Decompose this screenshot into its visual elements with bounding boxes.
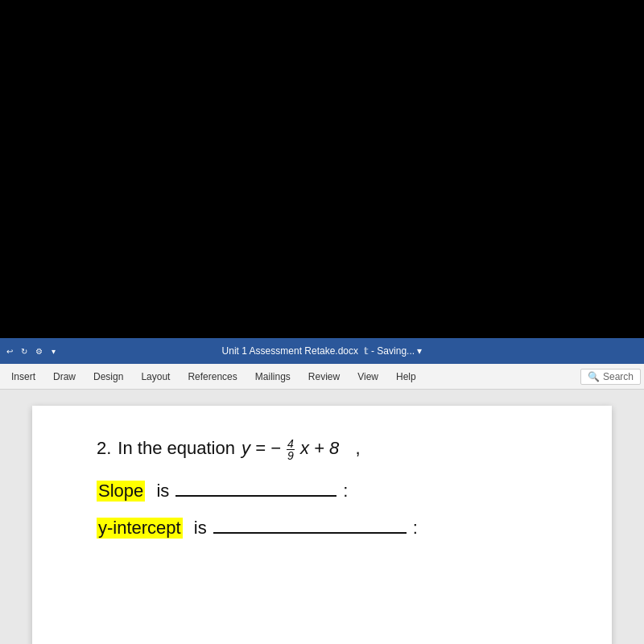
yintercept-suffix: is	[194, 518, 207, 539]
quick-access-toolbar: ↩ ↻ ⚙ ▾	[3, 345, 60, 357]
question-text: In the equation	[118, 438, 235, 459]
slope-label: Slope	[97, 481, 145, 502]
equation: y = − 4 9 x + 8	[242, 438, 339, 461]
question-number: 2.	[97, 438, 111, 459]
menu-review[interactable]: Review	[300, 368, 348, 386]
autosave-icon: ⚙	[32, 345, 45, 357]
menu-draw[interactable]: Draw	[45, 368, 84, 386]
menu-layout[interactable]: Layout	[133, 368, 178, 386]
title-bar: ↩ ↻ ⚙ ▾ Unit 1 Assessment Retake.docx 𝕥 …	[0, 338, 644, 364]
search-icon: 🔍	[588, 371, 600, 382]
slope-blank[interactable]	[175, 495, 336, 497]
slope-colon: :	[343, 481, 348, 502]
yintercept-label: y-intercept	[97, 518, 183, 539]
menu-help[interactable]: Help	[388, 368, 424, 386]
document-page: 2. In the equation y = − 4 9 x + 8 , Slo…	[32, 406, 612, 644]
black-background	[0, 0, 644, 338]
menu-references[interactable]: References	[180, 368, 245, 386]
question-line: 2. In the equation y = − 4 9 x + 8 ,	[97, 438, 564, 461]
document-area: 2. In the equation y = − 4 9 x + 8 , Slo…	[0, 390, 644, 644]
menu-design[interactable]: Design	[85, 368, 131, 386]
slope-suffix: is	[156, 481, 169, 502]
search-box[interactable]: 🔍 Search	[580, 369, 641, 385]
yintercept-line: y-intercept is :	[97, 518, 564, 539]
menu-insert[interactable]: Insert	[3, 368, 43, 386]
redo-button[interactable]: ↻	[18, 345, 31, 357]
undo-button[interactable]: ↩	[3, 345, 16, 357]
title-bar-title: Unit 1 Assessment Retake.docx 𝕥 - Saving…	[222, 345, 423, 357]
dropdown-button[interactable]: ▾	[47, 345, 60, 357]
search-label: Search	[603, 371, 634, 382]
yintercept-colon: :	[413, 518, 418, 539]
slope-line: Slope is :	[97, 481, 564, 502]
ribbon-menu-bar: Insert Draw Design Layout References Mai…	[0, 364, 644, 390]
yintercept-blank[interactable]	[213, 532, 407, 534]
menu-mailings[interactable]: Mailings	[247, 368, 299, 386]
title-bar-left: ↩ ↻ ⚙ ▾	[0, 345, 60, 357]
menu-view[interactable]: View	[349, 368, 386, 386]
fraction-4-9: 4 9	[287, 438, 295, 461]
